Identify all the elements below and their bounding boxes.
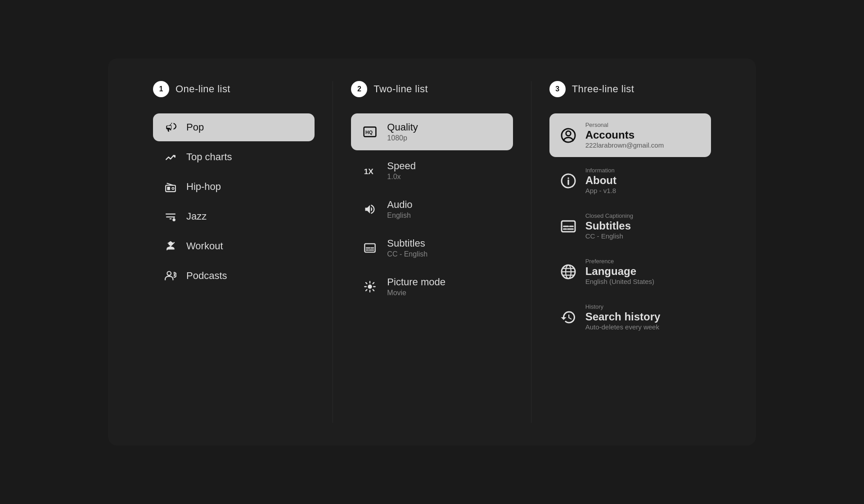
list-item-subtitles[interactable]: Subtitles CC - English xyxy=(351,230,513,266)
search-history-text: History Search history Auto-deletes ever… xyxy=(585,303,661,331)
subtitles3-sublabel: CC - English xyxy=(585,232,633,240)
chart-up-icon xyxy=(164,151,177,163)
podcasts-label: Podcasts xyxy=(186,270,227,282)
svg-text:HQ: HQ xyxy=(365,130,373,135)
one-line-header: 1 One-line list xyxy=(153,81,315,97)
list-item-accounts[interactable]: Personal Accounts 222larabrown@gmail.com xyxy=(549,113,711,157)
search-history-sublabel: Auto-deletes every week xyxy=(585,323,661,331)
svg-line-22 xyxy=(373,290,374,291)
audio-sublabel: English xyxy=(387,212,412,220)
speed-label: Speed xyxy=(387,160,416,172)
language-label: Language xyxy=(585,265,654,278)
list-item-speed[interactable]: 1X Speed 1.0x xyxy=(351,152,513,189)
account-circle-icon xyxy=(560,127,576,144)
quality-sublabel: 1080p xyxy=(387,134,418,142)
list-item-subtitles3[interactable]: Closed Captioning Subtitles CC - English xyxy=(549,204,711,248)
radio-icon xyxy=(164,181,177,193)
history-icon xyxy=(560,309,576,325)
three-line-badge: 3 xyxy=(549,81,566,97)
two-line-header: 2 Two-line list xyxy=(351,81,513,97)
globe-icon xyxy=(560,264,576,280)
two-line-badge: 2 xyxy=(351,81,367,97)
top-charts-label: Top charts xyxy=(186,151,232,163)
list-item-podcasts[interactable]: Podcasts xyxy=(153,262,315,290)
about-sublabel: App - v1.8 xyxy=(585,187,616,194)
one-line-column: 1 One-line list Pop Top charts xyxy=(135,81,333,423)
list-item-top-charts[interactable]: Top charts xyxy=(153,143,315,171)
list-item-about[interactable]: Information About App - v1.8 xyxy=(549,159,711,202)
picture-mode-label: Picture mode xyxy=(387,276,446,288)
subtitles3-overline: Closed Captioning xyxy=(585,212,633,219)
main-container: 1 One-line list Pop Top charts xyxy=(108,58,756,446)
svg-point-7 xyxy=(167,271,171,275)
megaphone-icon xyxy=(164,122,177,133)
picture-mode-sublabel: Movie xyxy=(387,289,446,297)
list-item-hip-hop[interactable]: Hip-hop xyxy=(153,173,315,201)
list-item-picture-mode[interactable]: Picture mode Movie xyxy=(351,268,513,305)
svg-rect-1 xyxy=(167,187,170,190)
list-item-quality[interactable]: HQ Quality 1080p xyxy=(351,113,513,150)
accounts-sublabel: 222larabrown@gmail.com xyxy=(585,141,664,149)
svg-point-2 xyxy=(172,188,174,189)
about-label: About xyxy=(585,174,616,187)
list-item-jazz[interactable]: Jazz xyxy=(153,202,315,230)
subtitles3-label: Subtitles xyxy=(585,220,633,232)
hq-icon: HQ xyxy=(362,125,378,139)
svg-line-21 xyxy=(366,283,367,284)
speed-sublabel: 1.0x xyxy=(387,173,416,181)
hip-hop-label: Hip-hop xyxy=(186,181,221,193)
svg-point-26 xyxy=(566,131,571,136)
one-line-badge: 1 xyxy=(153,81,169,97)
quality-label: Quality xyxy=(387,122,418,133)
picture-mode-text: Picture mode Movie xyxy=(387,276,446,297)
list-item-search-history[interactable]: History Search history Auto-deletes ever… xyxy=(549,295,711,339)
three-line-column: 3 Three-line list Personal Accounts 222l… xyxy=(531,81,729,423)
svg-line-24 xyxy=(366,290,367,291)
list-item-language[interactable]: Preference Language English (United Stat… xyxy=(549,250,711,293)
list-item-pop[interactable]: Pop xyxy=(153,113,315,141)
subtitles-text: Subtitles CC - English xyxy=(387,238,428,258)
audio-label: Audio xyxy=(387,199,412,211)
volume-icon xyxy=(362,203,378,216)
svg-point-29 xyxy=(567,177,569,179)
three-line-header: 3 Three-line list xyxy=(549,81,711,97)
speed-text: Speed 1.0x xyxy=(387,160,416,181)
workout-label: Workout xyxy=(186,240,223,252)
subtitles3-icon xyxy=(560,218,576,234)
pop-label: Pop xyxy=(186,122,204,133)
1x-icon: 1X xyxy=(362,163,378,178)
info-circle-icon xyxy=(560,173,576,189)
two-line-column: 2 Two-line list HQ Quality 1080p 1X xyxy=(333,81,531,423)
list-item-workout[interactable]: Workout xyxy=(153,232,315,260)
music-filter-icon xyxy=(164,211,177,222)
two-line-title: Two-line list xyxy=(374,83,428,95)
about-overline: Information xyxy=(585,167,616,174)
language-text: Preference Language English (United Stat… xyxy=(585,258,654,285)
subtitles-sublabel: CC - English xyxy=(387,250,428,258)
one-line-title: One-line list xyxy=(176,83,230,95)
search-history-label: Search history xyxy=(585,310,661,323)
svg-point-4 xyxy=(172,218,176,221)
brightness-icon xyxy=(362,280,378,293)
about-text: Information About App - v1.8 xyxy=(585,167,616,194)
svg-line-23 xyxy=(373,283,374,284)
language-sublabel: English (United States) xyxy=(585,278,654,285)
svg-point-16 xyxy=(368,284,372,288)
subtitles3-text: Closed Captioning Subtitles CC - English xyxy=(585,212,633,240)
accounts-label: Accounts xyxy=(585,129,664,141)
tools-icon xyxy=(164,240,177,252)
accounts-overline: Personal xyxy=(585,122,664,128)
language-overline: Preference xyxy=(585,258,654,265)
person-audio-icon xyxy=(164,270,177,282)
three-line-title: Three-line list xyxy=(572,83,634,95)
search-history-overline: History xyxy=(585,303,661,310)
quality-text: Quality 1080p xyxy=(387,122,418,142)
accounts-text: Personal Accounts 222larabrown@gmail.com xyxy=(585,122,664,149)
svg-text:1X: 1X xyxy=(364,167,374,176)
list-item-audio[interactable]: Audio English xyxy=(351,191,513,228)
subtitles-icon xyxy=(362,242,378,254)
audio-text: Audio English xyxy=(387,199,412,220)
jazz-label: Jazz xyxy=(186,211,207,222)
subtitles-label: Subtitles xyxy=(387,238,428,249)
